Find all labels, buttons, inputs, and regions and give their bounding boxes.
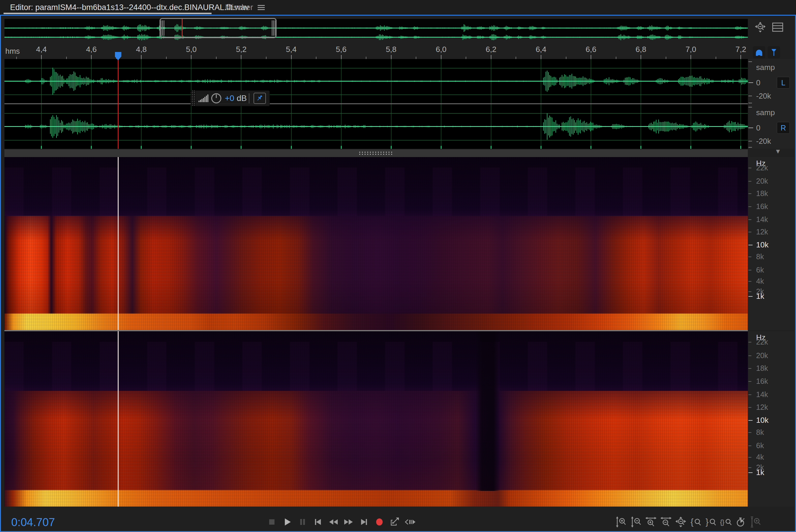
freq-label: 22k (756, 338, 768, 346)
volume-bars-icon (199, 94, 208, 102)
panel-menu-icon[interactable] (257, 3, 266, 11)
freq-tick (748, 220, 752, 220)
timer-button[interactable] (734, 515, 747, 529)
frequency-scale-right[interactable]: Hz 22k20k18k16k14k12k10k8k6k4k2k1k (748, 331, 794, 507)
scale-unit-left: samp (756, 63, 775, 72)
waveform-svg-left (4, 59, 748, 103)
freq-label: 1k (756, 292, 764, 301)
svg-text:{: { (690, 517, 693, 527)
overview-waveform-right (4, 28, 748, 46)
freq-tick (748, 206, 752, 207)
go-to-start-button[interactable] (311, 515, 324, 529)
waveform-display[interactable]: +0 dB (4, 59, 748, 149)
waveform-channel-left[interactable] (4, 59, 748, 103)
headphones-icon[interactable] (753, 46, 765, 58)
channel-separator[interactable] (4, 103, 748, 104)
ruler-minor-tick (316, 57, 316, 59)
gain-knob[interactable] (211, 93, 221, 103)
freq-label: 1k (756, 468, 764, 477)
fast-forward-button[interactable] (342, 515, 355, 529)
zoom-out-amplitude-button[interactable] (630, 515, 643, 529)
record-button[interactable] (373, 515, 386, 529)
spectrogram-right-channel[interactable] (4, 331, 748, 507)
playhead-line[interactable] (117, 58, 119, 149)
freq-label: 16k (756, 377, 768, 385)
zoom-out-point-button[interactable]: } (704, 515, 718, 529)
freq-tick (748, 342, 752, 342)
ruler-minor-tick (216, 57, 217, 59)
scale-zero-left: 0 (756, 78, 760, 88)
freq-label: 14k (756, 215, 768, 224)
channel-button-left[interactable]: L (777, 77, 790, 89)
svg-text:{}: {} (720, 518, 724, 526)
scroll-down-icon[interactable]: ▼ (775, 148, 781, 155)
ruler-tick (491, 55, 491, 59)
skip-selection-button[interactable] (404, 515, 417, 529)
zoom-in-amplitude-button[interactable] (615, 515, 628, 529)
ruler-minor-tick (716, 57, 716, 59)
ruler-minor-tick (515, 57, 516, 59)
tab-mischer[interactable]: Mischer (225, 0, 253, 15)
hud-drag-handle[interactable] (191, 91, 196, 106)
viewport-right-handle[interactable] (272, 20, 275, 36)
freq-tick (748, 407, 752, 408)
time-display[interactable]: 0:04.707 (11, 516, 55, 529)
freq-tick (748, 445, 752, 446)
waveform-channel-right[interactable] (4, 104, 748, 149)
freq-tick (748, 168, 752, 168)
frequency-scale-left[interactable]: Hz 22k20k18k16k14k12k10k8k6k4k2k1k (748, 157, 794, 330)
ruler-minor-tick (366, 57, 366, 59)
pin-hud-button[interactable] (254, 93, 266, 104)
zoom-out-time-button[interactable] (659, 515, 672, 529)
freq-tick (748, 281, 752, 282)
freq-label: 14k (756, 390, 768, 399)
gain-hud[interactable]: +0 dB (191, 90, 270, 106)
freq-tick (748, 291, 752, 292)
gain-value[interactable]: +0 (225, 94, 234, 103)
freq-tick (748, 472, 753, 473)
play-button[interactable] (281, 515, 294, 529)
overview-strip[interactable] (4, 19, 748, 37)
freq-label: 20k (756, 176, 768, 185)
pause-button[interactable] (296, 515, 309, 529)
go-to-end-button[interactable] (358, 515, 370, 529)
zoom-selection-button[interactable]: {} (720, 515, 732, 529)
freq-tick (748, 296, 753, 297)
ruler-minor-tick (16, 57, 17, 59)
zoom-in-time-button[interactable] (645, 515, 657, 529)
rewind-button[interactable] (327, 515, 340, 529)
divider-grip[interactable] (358, 151, 394, 155)
freq-label: 22k (756, 163, 768, 172)
spectrogram-left-channel[interactable] (4, 157, 748, 330)
overview-playhead[interactable] (182, 19, 183, 37)
ruler-minor-tick (666, 57, 666, 59)
mischer-tab-label: Mischer (225, 3, 253, 12)
zoom-reset-button[interactable] (754, 21, 767, 34)
loop-playback-button[interactable] (388, 515, 401, 529)
marker-flag-icon[interactable] (767, 46, 780, 58)
freq-tick (748, 368, 752, 369)
stop-button[interactable] (265, 515, 278, 529)
freq-label: 4k (756, 453, 764, 461)
layout-rows-icon[interactable] (771, 21, 784, 34)
tab-editor[interactable]: Editor: paramISM4--bm6ba1s13--24400--dtx… (3, 0, 212, 15)
freq-tick (748, 256, 752, 257)
editor-tab-label: Editor: paramISM4--bm6ba1s13--24400--dtx… (10, 3, 249, 12)
ruler-minor-tick (266, 57, 267, 59)
viewport-left-handle[interactable] (161, 20, 164, 36)
zoom-in-point-button[interactable]: { (689, 515, 702, 529)
freq-tick (748, 381, 752, 382)
view-divider[interactable] (4, 149, 748, 157)
freq-tick (748, 193, 752, 194)
channel-button-right[interactable]: R (777, 122, 790, 134)
freq-tick (748, 457, 752, 458)
panel-tab-bar: Editor: paramISM4--bm6ba1s13--24400--dtx… (0, 0, 796, 15)
ruler-minor-tick (416, 57, 416, 59)
ruler-tick (740, 55, 741, 59)
overview-viewport[interactable] (160, 18, 276, 38)
ruler-tick (591, 55, 591, 59)
zoom-reset-button[interactable] (674, 515, 688, 529)
time-ruler[interactable]: 4,44,64,85,05,25,45,65,86,06,26,46,66,87… (4, 44, 748, 59)
freq-tick (748, 420, 753, 421)
amplitude-scale[interactable]: samp 0 L -20k samp 0 R -20k (748, 59, 794, 149)
